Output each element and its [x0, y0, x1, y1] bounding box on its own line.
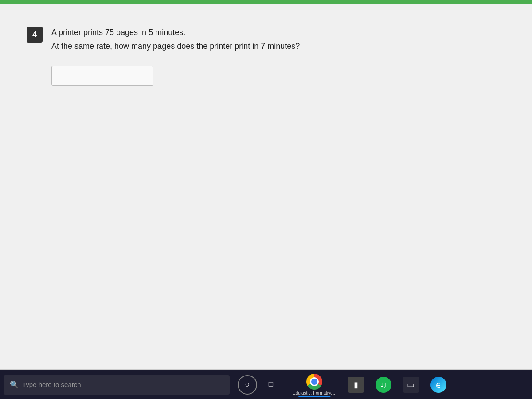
circle-icon: ○ [245, 380, 250, 389]
answer-field[interactable] [51, 66, 153, 86]
search-icon: 🔍 [10, 380, 19, 389]
app-spotify[interactable]: ♫ [371, 375, 396, 395]
search-input[interactable] [22, 381, 223, 388]
taskbar-apps: Edulastic: Formative... ▮ ♫ ▭ ϵ [288, 372, 451, 397]
question-line1: A printer prints 75 pages in 5 minutes. [51, 26, 300, 39]
app-edulastic-label: Edulastic: Formative... [293, 391, 336, 395]
active-indicator [299, 396, 330, 397]
chrome-icon [306, 374, 322, 390]
taskbar: 🔍 ○ ⧉ Edulastic: Formative... ▮ ♫ ▭ [0, 370, 532, 399]
app-file-explorer[interactable]: ▭ [399, 375, 423, 395]
question-text: A printer prints 75 pages in 5 minutes. … [51, 26, 300, 53]
app-file-dark[interactable]: ▮ [344, 375, 368, 395]
taskbar-center-buttons: ○ ⧉ [238, 375, 281, 395]
edge-icon: ϵ [430, 377, 446, 393]
question-line2: At the same rate, how many pages does th… [51, 39, 300, 53]
task-view-button[interactable]: ⧉ [262, 375, 281, 395]
widgets-icon: ⧉ [268, 379, 274, 390]
file-dark-icon: ▮ [348, 377, 364, 393]
spotify-icon: ♫ [376, 377, 391, 393]
question-number: 4 [27, 27, 43, 43]
app-edge[interactable]: ϵ [426, 375, 451, 395]
start-circle-button[interactable]: ○ [238, 375, 257, 395]
app-edulastic[interactable]: Edulastic: Formative... [288, 372, 341, 397]
file-explorer-icon: ▭ [403, 377, 419, 393]
answer-input-container [51, 66, 505, 86]
main-content: 4 A printer prints 75 pages in 5 minutes… [0, 4, 532, 370]
question-container: 4 A printer prints 75 pages in 5 minutes… [27, 26, 505, 53]
top-green-bar [0, 0, 532, 4]
search-bar[interactable]: 🔍 [4, 375, 230, 395]
